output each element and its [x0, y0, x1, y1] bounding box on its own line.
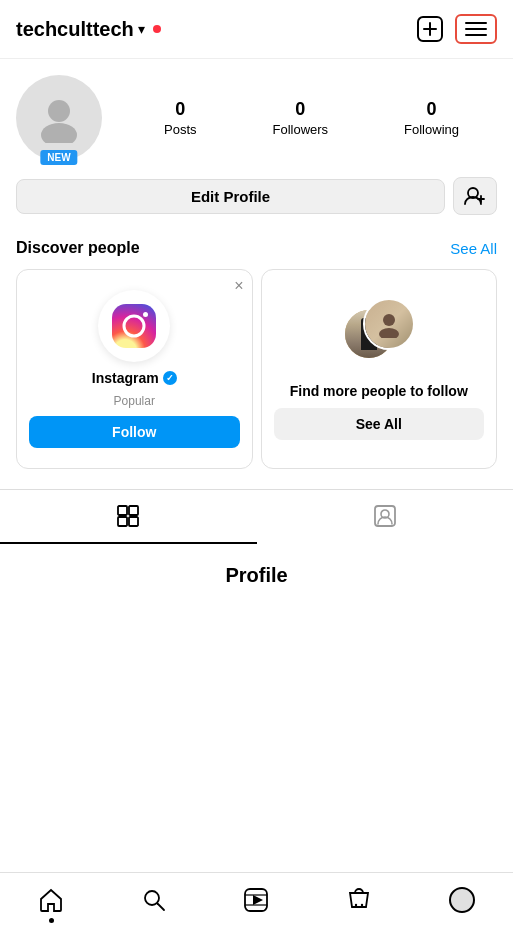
avatar-person-icon: [34, 93, 84, 143]
avatar[interactable]: [16, 75, 102, 161]
home-icon: [38, 887, 64, 913]
discover-card-find-people: Find more people to follow See All: [261, 269, 498, 469]
instagram-sub-text: Popular: [114, 394, 155, 408]
following-count: 0: [427, 99, 437, 120]
notification-dot: [153, 25, 161, 33]
followers-label: Followers: [272, 122, 328, 137]
person-avatar-bg: [365, 300, 413, 348]
nav-profile[interactable]: [437, 883, 487, 917]
instagram-name-text: Instagram: [92, 370, 159, 386]
svg-point-3: [48, 100, 70, 122]
svg-rect-13: [118, 506, 127, 515]
grid-tab[interactable]: [0, 490, 257, 544]
action-row: Edit Profile: [16, 177, 497, 215]
avatar-wrapper: NEW: [16, 75, 102, 161]
header-right: [413, 12, 497, 46]
profile-nav-avatar: [449, 887, 475, 913]
discover-card-instagram: ×: [16, 269, 253, 469]
menu-button[interactable]: [455, 14, 497, 44]
reels-icon: [243, 887, 269, 913]
following-stat[interactable]: 0 Following: [404, 99, 459, 137]
svg-point-11: [383, 314, 395, 326]
svg-rect-8: [112, 304, 156, 348]
svg-point-26: [361, 904, 363, 906]
discover-cards: ×: [16, 269, 497, 469]
profile-section: NEW 0 Posts 0 Followers 0 Following Edit…: [0, 59, 513, 223]
discover-header: Discover people See All: [16, 239, 497, 257]
username-text: techculttech: [16, 18, 134, 41]
tagged-tab[interactable]: [257, 490, 514, 544]
bottom-navigation: [0, 872, 513, 933]
app-header: techculttech ▾: [0, 0, 513, 59]
followers-stat[interactable]: 0 Followers: [272, 99, 328, 137]
add-post-button[interactable]: [413, 12, 447, 46]
find-people-text: Find more people to follow: [290, 382, 468, 400]
svg-rect-16: [129, 517, 138, 526]
edit-profile-button[interactable]: Edit Profile: [16, 179, 445, 214]
find-people-see-all-button[interactable]: See All: [274, 408, 485, 440]
content-tabs: [0, 489, 513, 544]
svg-point-12: [379, 328, 399, 338]
discover-section: Discover people See All ×: [0, 223, 513, 477]
svg-point-10: [143, 312, 148, 317]
instagram-logo-wrapper: [98, 290, 170, 362]
profile-stats: 0 Posts 0 Followers 0 Following: [126, 99, 497, 137]
profile-section-label: Profile: [225, 564, 287, 587]
header-left: techculttech ▾: [16, 18, 161, 41]
svg-point-25: [355, 904, 357, 906]
people-avatars: [343, 298, 415, 370]
posts-stat: 0 Posts: [164, 99, 197, 137]
nav-search[interactable]: [129, 883, 179, 917]
chevron-down-icon[interactable]: ▾: [138, 21, 145, 37]
svg-marker-22: [253, 895, 263, 905]
profile-top: NEW 0 Posts 0 Followers 0 Following: [16, 75, 497, 161]
svg-line-20: [157, 904, 164, 911]
shop-icon: [346, 887, 372, 913]
posts-label: Posts: [164, 122, 197, 137]
grid-icon: [116, 504, 140, 528]
hamburger-icon: [465, 22, 487, 36]
svg-rect-15: [118, 517, 127, 526]
svg-point-4: [41, 123, 77, 143]
search-icon: [141, 887, 167, 913]
following-label: Following: [404, 122, 459, 137]
nav-home[interactable]: [26, 883, 76, 917]
discover-title: Discover people: [16, 239, 140, 257]
home-active-dot: [49, 918, 54, 923]
nav-reels[interactable]: [231, 883, 281, 917]
add-person-button[interactable]: [453, 177, 497, 215]
instagram-logo-icon: [108, 300, 160, 352]
person-avatar-2: [363, 298, 415, 350]
posts-count: 0: [175, 99, 185, 120]
person-silhouette-icon: [375, 310, 403, 338]
discover-see-all-button[interactable]: See All: [450, 240, 497, 257]
verified-badge: ✓: [163, 371, 177, 385]
followers-count: 0: [295, 99, 305, 120]
new-badge: NEW: [40, 150, 77, 165]
bottom-spacer: [0, 607, 513, 687]
profile-label-area: Profile: [0, 544, 513, 607]
add-person-icon: [464, 185, 486, 207]
tagged-person-icon: [373, 504, 397, 528]
add-square-icon: [417, 16, 443, 42]
close-card-button[interactable]: ×: [234, 278, 243, 294]
svg-rect-14: [129, 506, 138, 515]
follow-instagram-button[interactable]: Follow: [29, 416, 240, 448]
nav-shop[interactable]: [334, 883, 384, 917]
card-name-instagram: Instagram ✓: [92, 370, 177, 386]
